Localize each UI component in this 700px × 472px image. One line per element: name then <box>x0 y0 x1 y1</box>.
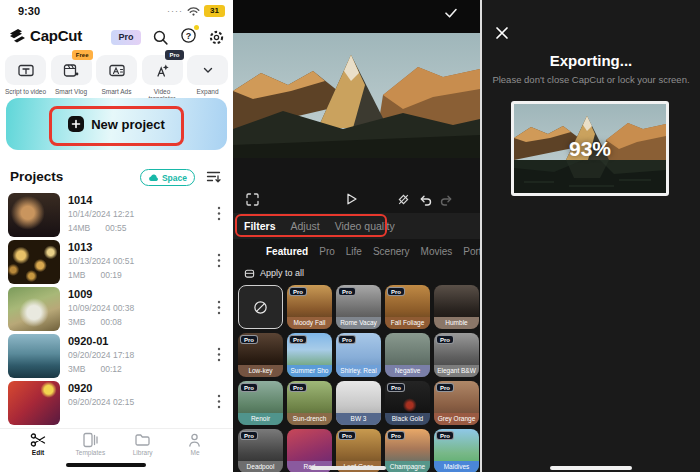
quick-action-label: Smart Vlog <box>49 88 93 95</box>
filter-tile[interactable]: ProRome Vacay <box>336 285 381 329</box>
project-date: 09/20/2024 02:15 <box>68 397 134 407</box>
compare-icon[interactable] <box>397 193 410 206</box>
filter-label: BW 3 <box>336 413 381 425</box>
filter-tile[interactable]: Humble <box>434 285 479 329</box>
pro-badge: Pro <box>165 50 183 60</box>
help-icon[interactable]: ? <box>180 27 197 48</box>
more-menu-icon[interactable] <box>217 394 221 409</box>
apply-to-all-row[interactable]: Apply to all <box>244 265 304 281</box>
category-featured[interactable]: Featured <box>266 246 308 257</box>
fullscreen-icon[interactable] <box>246 193 259 206</box>
playback-controls <box>233 190 480 210</box>
editor-panel: Filters Adjust Video quality Featured Pr… <box>233 0 480 472</box>
templates-icon <box>82 432 99 448</box>
nav-library[interactable]: Library <box>119 432 167 463</box>
project-thumbnail <box>8 240 60 284</box>
filter-tile[interactable]: ProRenoir <box>238 381 283 425</box>
filter-label: Negative <box>385 365 430 377</box>
confirm-check-icon[interactable] <box>444 7 458 19</box>
wifi-icon <box>187 6 200 16</box>
project-row[interactable]: 0920-01 09/20/2024 17:18 3MB00:12 <box>0 333 233 380</box>
folder-icon <box>134 432 151 448</box>
filter-tile-none[interactable] <box>238 285 283 329</box>
pro-badge[interactable]: Pro <box>111 30 141 45</box>
video-translator-icon <box>154 63 170 78</box>
quick-action-script-to-video[interactable]: Script to video <box>3 55 48 103</box>
project-row[interactable]: 1014 10/14/2024 12:21 14MB00:55 <box>0 192 233 239</box>
project-thumbnail <box>8 193 60 237</box>
project-row[interactable]: 1009 10/09/2024 00:38 3MB00:08 <box>0 286 233 333</box>
filter-tile[interactable]: ProBlack Gold <box>385 381 430 425</box>
filter-tile[interactable]: ProFall Foliage <box>385 285 430 329</box>
more-menu-icon[interactable] <box>217 253 221 268</box>
filter-tile[interactable]: BW 3 <box>336 381 381 425</box>
settings-gear-icon[interactable] <box>208 29 225 46</box>
signal-icon: ···· <box>167 6 183 16</box>
filter-tile[interactable]: ProChampagne <box>385 429 430 472</box>
quick-action-expand[interactable]: Expand <box>185 55 230 103</box>
nav-edit[interactable]: Edit <box>14 432 62 463</box>
filter-label: Renoir <box>238 413 283 425</box>
undo-icon[interactable] <box>418 194 432 206</box>
filter-tile[interactable]: ProShirley. Real <box>336 333 381 377</box>
export-title: Exporting... <box>482 52 700 69</box>
home-indicator[interactable] <box>66 463 146 467</box>
filter-tile[interactable]: ProDeadpool <box>238 429 283 472</box>
more-menu-icon[interactable] <box>217 300 221 315</box>
filter-tile[interactable]: ProLow-key <box>238 333 283 377</box>
redo-icon[interactable] <box>440 194 454 206</box>
app-header: CapCut Pro ? <box>0 24 233 50</box>
filter-label: Maldives <box>434 461 479 472</box>
quick-action-smart-ads[interactable]: Smart Ads <box>94 55 139 103</box>
category-portrait[interactable]: Portrait <box>463 246 480 257</box>
filter-tile[interactable]: Negative <box>385 333 430 377</box>
sort-list-icon[interactable] <box>206 170 222 184</box>
filter-label: Low-key <box>238 365 283 377</box>
more-menu-icon[interactable] <box>217 347 221 362</box>
filter-tile[interactable]: ProSun-drench <box>287 381 332 425</box>
highlight-box-new-project <box>49 106 184 146</box>
filter-label: Elegant B&W <box>434 365 479 377</box>
category-movies[interactable]: Movies <box>421 246 453 257</box>
apply-to-all-icon <box>244 268 255 279</box>
filter-categories: Featured Pro Life Scenery Movies Portrai… <box>233 241 480 261</box>
pro-badge: Pro <box>289 287 307 296</box>
close-icon[interactable] <box>495 26 509 40</box>
apply-to-all-label: Apply to all <box>260 268 304 278</box>
clock: 9:30 <box>18 5 40 17</box>
projects-title: Projects <box>10 169 63 184</box>
more-menu-icon[interactable] <box>217 206 221 221</box>
nav-me[interactable]: Me <box>171 432 219 463</box>
video-preview[interactable] <box>233 33 480 158</box>
category-pro[interactable]: Pro <box>319 246 335 257</box>
filter-label: Grey Orange <box>434 413 479 425</box>
person-icon <box>186 432 203 448</box>
filter-tile[interactable]: ProMaldives <box>434 429 479 472</box>
filter-tile[interactable]: ProMoody Fall <box>287 285 332 329</box>
pro-badge: Pro <box>240 383 258 392</box>
quick-action-smart-vlog[interactable]: Free Smart Vlog <box>49 55 94 103</box>
space-button[interactable]: Space <box>140 169 195 186</box>
filter-tile[interactable]: ProElegant B&W <box>434 333 479 377</box>
app-title: CapCut <box>30 27 82 44</box>
project-row[interactable]: 1013 10/13/2024 00:51 1MB00:19 <box>0 239 233 286</box>
home-indicator[interactable] <box>310 466 386 470</box>
nav-templates[interactable]: Templates <box>66 432 114 463</box>
filter-tile[interactable]: ProSummer Sho <box>287 333 332 377</box>
project-thumbnail <box>8 334 60 378</box>
category-life[interactable]: Life <box>346 246 362 257</box>
pro-badge: Pro <box>387 287 405 296</box>
filter-tile[interactable]: ProGrey Orange <box>434 381 479 425</box>
play-icon[interactable] <box>345 192 358 206</box>
quick-action-video-translator[interactable]: Pro Video translator <box>140 55 185 103</box>
project-size: 3MB <box>68 317 85 327</box>
category-scenery[interactable]: Scenery <box>373 246 410 257</box>
home-indicator[interactable] <box>550 466 632 470</box>
pro-badge: Pro <box>387 383 405 392</box>
project-size: 14MB <box>68 223 90 233</box>
nav-label: Me <box>190 449 199 456</box>
status-bar: 9:30 ···· 31 <box>0 3 233 21</box>
search-icon[interactable] <box>152 29 169 46</box>
project-row[interactable]: 0920 09/20/2024 02:15 <box>0 380 233 427</box>
filter-label: Shirley. Real <box>336 365 381 377</box>
